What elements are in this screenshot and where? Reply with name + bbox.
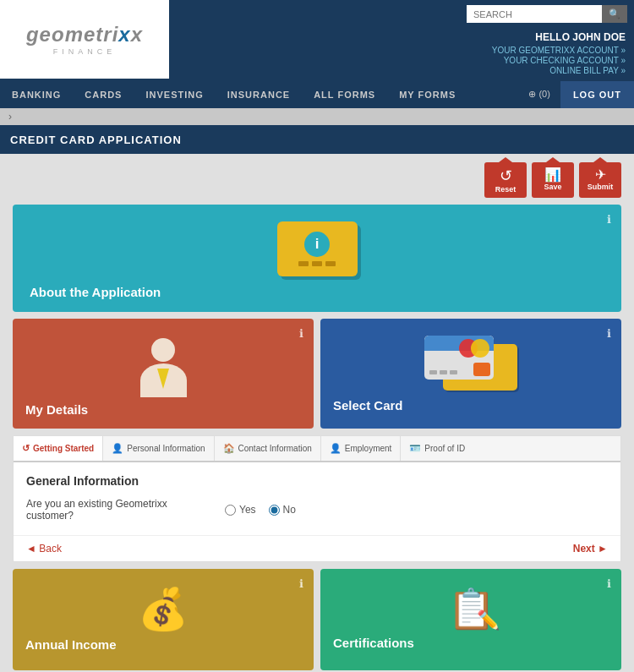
tab-getting-started[interactable]: ↺ Getting Started <box>14 436 103 462</box>
nav-cart[interactable]: ⊕ (0) <box>518 80 560 108</box>
nav-all-forms[interactable]: ALL FORMS <box>302 81 387 108</box>
employment-icon: 👤 <box>330 443 342 454</box>
submit-label: Submit <box>588 183 614 191</box>
search-input[interactable] <box>467 5 602 23</box>
nav-insurance[interactable]: INSURANCE <box>216 81 302 108</box>
account-link[interactable]: YOUR GEOMETRIXX ACCOUNT » <box>492 46 626 55</box>
certifications-label: Certifications <box>333 636 414 650</box>
select-card-card[interactable]: ℹ <box>320 319 621 429</box>
radio-no[interactable]: No <box>269 504 296 516</box>
next-button[interactable]: Next ► <box>573 543 608 555</box>
page-title: CREDIT CARD APPLICATION <box>10 134 182 146</box>
my-details-card[interactable]: ℹ My Details <box>13 319 314 429</box>
save-label: Save <box>544 183 561 191</box>
search-button[interactable]: 🔍 <box>602 5 627 23</box>
form-question: Are you an existing Geometrixx customer? <box>26 498 212 522</box>
tab-contact-info[interactable]: 🏠 Contact Information <box>215 436 321 461</box>
personal-info-icon: 👤 <box>112 443 123 454</box>
credit-card-graphic: i <box>277 221 358 276</box>
tab-personal-info[interactable]: 👤 Personal Information <box>103 436 214 461</box>
annual-income-card[interactable]: ℹ 💰 Annual Income <box>13 569 314 670</box>
nav-my-forms[interactable]: MY FORMS <box>387 81 467 108</box>
submit-icon: ✈ <box>595 167 606 183</box>
money-bag-graphic: 💰 <box>138 586 189 633</box>
my-details-info-icon: ℹ <box>299 327 303 340</box>
back-button[interactable]: ◄ Back <box>26 543 62 555</box>
user-greeting: HELLO JOHN DOE <box>178 31 626 43</box>
my-details-label: My Details <box>25 402 88 417</box>
certifications-card[interactable]: ℹ 📋 ✏️ Certifications <box>320 569 621 670</box>
annual-income-label: Annual Income <box>25 637 117 652</box>
select-card-graphic <box>424 336 517 393</box>
breadcrumb: › <box>0 108 634 125</box>
proof-of-id-icon: 🪪 <box>409 443 421 454</box>
about-card[interactable]: ℹ i About the Application <box>13 205 621 312</box>
checking-link[interactable]: YOUR CHECKING ACCOUNT » <box>504 56 626 65</box>
nav-cards[interactable]: CARDS <box>73 81 134 108</box>
annual-income-info-icon: ℹ <box>299 577 303 590</box>
save-button[interactable]: 📊 Save <box>532 162 574 198</box>
submit-button[interactable]: ✈ Submit <box>579 162 621 198</box>
logo-subtitle: FINANCE <box>53 47 117 56</box>
person-graphic <box>140 338 187 397</box>
radio-yes[interactable]: Yes <box>225 504 256 516</box>
document-graphic: 📋 ✏️ <box>447 586 495 631</box>
reset-icon: ↺ <box>500 167 512 185</box>
contact-info-icon: 🏠 <box>223 443 235 454</box>
tab-proof-of-id[interactable]: 🪪 Proof of ID <box>401 436 473 461</box>
reset-label: Reset <box>495 185 516 194</box>
radio-group: Yes No <box>225 504 296 516</box>
bill-pay-link[interactable]: ONLINE BILL PAY » <box>549 66 626 75</box>
nav-investing[interactable]: INVESTING <box>134 81 215 108</box>
logo-area: geometrixx FINANCE <box>0 0 169 79</box>
section-title: General Information <box>26 474 608 488</box>
select-card-info-icon: ℹ <box>607 327 611 340</box>
getting-started-icon: ↺ <box>22 443 30 454</box>
logout-button[interactable]: LOG OUT <box>560 81 634 108</box>
select-card-label: Select Card <box>333 398 403 412</box>
tab-section: ↺ Getting Started 👤 Personal Information… <box>13 435 621 562</box>
certifications-info-icon: ℹ <box>607 577 611 590</box>
about-card-label: About the Application <box>30 285 161 299</box>
about-info-icon: ℹ <box>607 213 611 226</box>
save-icon: 📊 <box>544 167 561 183</box>
reset-button[interactable]: ↺ Reset <box>484 162 527 198</box>
nav-banking[interactable]: BANKING <box>0 81 73 108</box>
tab-employment[interactable]: 👤 Employment <box>321 436 402 461</box>
